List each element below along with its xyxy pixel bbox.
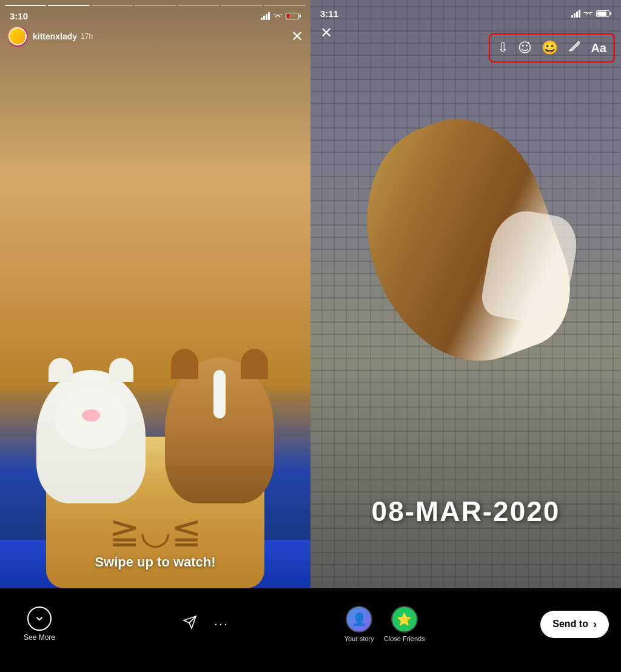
- right-status-bar: 3:11 ⌤: [310, 8, 621, 19]
- send-to-arrow-icon: ›: [593, 618, 597, 631]
- send-to-label: Send to: [552, 619, 588, 630]
- swipe-up-text: Swipe up to watch!: [0, 554, 310, 570]
- left-status-icons: ⌤: [261, 12, 301, 21]
- right-battery: [596, 10, 611, 17]
- right-close-button[interactable]: ✕: [320, 24, 332, 41]
- progress-segment-5: [178, 5, 219, 6]
- close-friends-label: Close Friends: [384, 635, 425, 642]
- your-story-item[interactable]: 👤 Your story: [344, 606, 374, 642]
- left-battery: [286, 13, 301, 19]
- close-friends-item[interactable]: ⭐ Close Friends: [384, 606, 425, 642]
- left-status-bar: 3:10 ⌤: [0, 11, 310, 21]
- your-story-avatar: 👤: [346, 606, 372, 633]
- text-tool-icon[interactable]: Aa: [591, 41, 606, 55]
- bottom-bar: See More ··· 👤 Your story ⭐ Close Friend…: [0, 588, 621, 672]
- see-more-label: See More: [24, 633, 55, 642]
- see-more-button[interactable]: See More: [12, 606, 67, 642]
- progress-segment-6: [221, 5, 262, 6]
- story-progress-bar: [5, 5, 306, 6]
- date-overlay: 08-MAR-2020: [310, 495, 621, 528]
- right-wifi-icon: ⌤: [583, 9, 593, 19]
- left-signal: [261, 12, 270, 20]
- see-more-icon: [27, 606, 52, 631]
- story-close-button[interactable]: ✕: [291, 28, 303, 45]
- left-story-panel: ≧◡≦: [0, 0, 310, 588]
- right-status-icons: ⌤: [571, 9, 611, 19]
- right-time: 3:11: [320, 8, 338, 19]
- story-editor-toolbar: ⇩ ☺̇ 😀 Aa: [489, 33, 615, 62]
- progress-segment-3: [92, 5, 133, 6]
- left-time: 3:10: [10, 11, 28, 21]
- progress-segment-1: [5, 5, 46, 6]
- send-to-button[interactable]: Send to ›: [540, 611, 609, 638]
- right-story-panel: ✕ 3:11 ⌤: [310, 0, 621, 588]
- more-options-icon[interactable]: ···: [214, 616, 229, 632]
- face-filter-icon[interactable]: ☺̇: [518, 40, 532, 56]
- story-age: 17h: [81, 32, 93, 41]
- progress-segment-2: [48, 5, 89, 6]
- direct-message-icon[interactable]: [183, 615, 197, 633]
- progress-segment-4: [135, 5, 176, 6]
- story-avatar: [8, 27, 27, 45]
- white-puppy: [36, 370, 146, 503]
- close-friends-avatar: ⭐: [391, 606, 418, 633]
- draw-icon[interactable]: [568, 39, 581, 56]
- center-action-icons: ···: [183, 615, 229, 633]
- story-actions: 👤 Your story ⭐ Close Friends: [344, 606, 425, 642]
- progress-segment-7: [264, 5, 306, 6]
- download-icon[interactable]: ⇩: [497, 40, 508, 56]
- sticker-icon[interactable]: 😀: [542, 40, 558, 56]
- left-wifi-icon: ⌤: [273, 12, 283, 21]
- story-avatar-ring: [7, 26, 28, 47]
- story-header: kittenxlady 17h ✕: [0, 21, 310, 52]
- story-username: kittenxlady: [33, 32, 77, 41]
- right-signal: [571, 10, 580, 18]
- your-story-label: Your story: [344, 635, 374, 642]
- brown-puppy: [165, 358, 274, 503]
